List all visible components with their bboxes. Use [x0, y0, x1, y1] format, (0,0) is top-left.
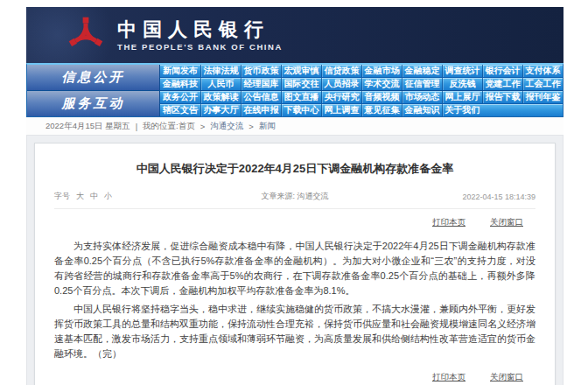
nav-item[interactable]: 调查统计 — [442, 65, 482, 77]
nav-item[interactable]: 反洗钱 — [442, 78, 482, 90]
nav-item[interactable]: 人员招录 — [321, 78, 361, 90]
breadcrumb: 2022年4月15日 星期五 | 我的位置:首页 > 沟通交流 > 新闻 — [26, 117, 564, 135]
nav-item[interactable]: 网上调查 — [321, 104, 361, 116]
site-masthead: 中国人民银行 THE PEOPLE'S BANK OF CHINA — [26, 7, 564, 63]
nav-item[interactable]: 意见征集 — [361, 104, 402, 116]
breadcrumb-link-exchange[interactable]: 沟通交流 — [210, 121, 243, 132]
current-date: 2022年4月15日 星期五 — [46, 121, 130, 132]
font-size-large-button[interactable]: 大 — [76, 191, 84, 202]
nav-item[interactable]: 金融市场 — [361, 65, 402, 77]
nav-item[interactable]: 报刊年鉴 — [522, 91, 563, 103]
nav-item[interactable]: 下载中心 — [281, 104, 321, 116]
nav-item[interactable]: 政务公开 — [160, 91, 200, 103]
nav-row: 金融科技人民币经理国库国际交往人员招录学术交流征信管理反洗钱党建工作工会工作 — [160, 77, 563, 90]
nav-item[interactable]: 人民币 — [200, 78, 241, 90]
bank-name-cn: 中国人民银行 — [117, 19, 283, 40]
nav-item[interactable]: 市场动态 — [402, 91, 442, 103]
pboc-logo-icon — [66, 16, 105, 54]
nav-item[interactable]: 金融稳定 — [402, 65, 442, 77]
main-nav: 信息公开 新闻发布法律法规货币政策宏观审慎信贷政策金融市场金融稳定调查统计银行会… — [26, 63, 564, 117]
article-paragraph: 中国人民银行将坚持稳字当头，稳中求进，继续实施稳健的货币政策，不搞大水漫灌，兼顾… — [54, 302, 536, 361]
nav-item[interactable]: 金融知识 — [402, 104, 442, 116]
article-title: 中国人民银行决定于2022年4月25日下调金融机构存款准备金率 — [54, 161, 536, 177]
nav-row: 辖区文告办事大厅在线申报下载中心网上调查意见征集金融知识关于我们 — [160, 103, 563, 116]
nav-item[interactable]: 国际交往 — [281, 78, 321, 90]
nav-item[interactable]: 信贷政策 — [321, 65, 361, 77]
bank-name-en: THE PEOPLE'S BANK OF CHINA — [117, 42, 283, 52]
nav-item[interactable]: 办事大厅 — [200, 104, 241, 116]
article-datetime: 2022-04-15 18:14:39 — [375, 192, 536, 201]
article-paragraph: 为支持实体经济发展，促进综合融资成本稳中有降，中国人民银行决定于2022年4月2… — [54, 239, 536, 298]
nav-item[interactable]: 音频视频 — [361, 91, 402, 103]
nav-item[interactable]: 关于我们 — [442, 104, 482, 116]
content-area: 中国人民银行决定于2022年4月25日下调金融机构存款准备金率 字号 大 中 小… — [26, 135, 564, 385]
article-toolbar-bottom: 打印本页 关闭窗口 — [54, 372, 536, 383]
breadcrumb-location: 我的位置:首页 — [143, 121, 195, 132]
close-window-link[interactable]: 关闭窗口 — [490, 372, 523, 383]
page-column: 中国人民银行 THE PEOPLE'S BANK OF CHINA 信息公开 新… — [26, 7, 564, 385]
print-page-link[interactable]: 打印本页 — [432, 217, 466, 228]
nav-row: 政务公开政策解读公告信息图文直播央行研究音频视频市场动态网上展厅报告下载报刊年鉴 — [160, 91, 563, 103]
nav-item[interactable]: 新闻发布 — [160, 65, 200, 77]
article-card: 中国人民银行决定于2022年4月25日下调金融机构存款准备金率 字号 大 中 小… — [34, 143, 556, 385]
nav-item[interactable]: 央行研究 — [321, 91, 361, 103]
print-page-link[interactable]: 打印本页 — [432, 372, 466, 383]
nav-item[interactable]: 报告下载 — [482, 91, 522, 103]
nav-item[interactable]: 货币政策 — [241, 65, 281, 77]
breadcrumb-separator: > — [248, 122, 254, 131]
nav-section-information: 信息公开 新闻发布法律法规货币政策宏观审慎信贷政策金融市场金融稳定调查统计银行会… — [27, 65, 563, 90]
nav-section-services: 服务互动 政务公开政策解读公告信息图文直播央行研究音频视频市场动态网上展厅报告下… — [27, 90, 563, 116]
breadcrumb-link-news[interactable]: 新闻 — [259, 121, 276, 132]
nav-item[interactable]: 支付体系 — [522, 65, 563, 77]
nav-item[interactable]: 法律法规 — [200, 65, 241, 77]
nav-item[interactable]: 图文直播 — [281, 91, 321, 103]
font-size-small-button[interactable]: 小 — [104, 191, 112, 202]
article-meta: 字号 大 中 小 文章来源: 沟通交流 2022-04-15 18:14:39 — [54, 191, 536, 209]
nav-item[interactable]: 工会工作 — [522, 78, 563, 90]
nav-item[interactable]: 征信管理 — [402, 78, 442, 90]
nav-item[interactable]: 学术交流 — [361, 78, 402, 90]
font-size-label: 字号 — [54, 191, 70, 202]
breadcrumb-separator: > — [200, 122, 206, 131]
article-body: 为支持实体经济发展，促进综合融资成本稳中有降，中国人民银行决定于2022年4月2… — [54, 239, 536, 361]
breadcrumb-divider: | — [136, 122, 137, 131]
nav-item[interactable]: 在线申报 — [241, 104, 281, 116]
bank-name-block: 中国人民银行 THE PEOPLE'S BANK OF CHINA — [117, 19, 283, 52]
nav-item[interactable]: 宏观审慎 — [281, 65, 321, 77]
font-size-medium-button[interactable]: 中 — [90, 191, 98, 202]
nav-section-label-information[interactable]: 信息公开 — [27, 65, 160, 90]
nav-item[interactable]: 金融科技 — [160, 78, 200, 90]
close-window-link[interactable]: 关闭窗口 — [490, 217, 523, 228]
nav-item[interactable]: 银行会计 — [482, 65, 522, 77]
article-toolbar-top: 打印本页 关闭窗口 — [54, 217, 536, 228]
nav-row: 新闻发布法律法规货币政策宏观审慎信贷政策金融市场金融稳定调查统计银行会计支付体系 — [160, 65, 563, 77]
nav-item[interactable]: 辖区文告 — [160, 104, 200, 116]
article-source: 文章来源: 沟通交流 — [214, 191, 374, 202]
nav-item[interactable]: 经理国库 — [241, 78, 281, 90]
nav-section-label-services[interactable]: 服务互动 — [27, 91, 160, 116]
nav-item[interactable]: 公告信息 — [241, 91, 281, 103]
nav-item[interactable]: 网上展厅 — [442, 91, 482, 103]
nav-item[interactable]: 政策解读 — [200, 91, 241, 103]
nav-item[interactable]: 党建工作 — [482, 78, 522, 90]
